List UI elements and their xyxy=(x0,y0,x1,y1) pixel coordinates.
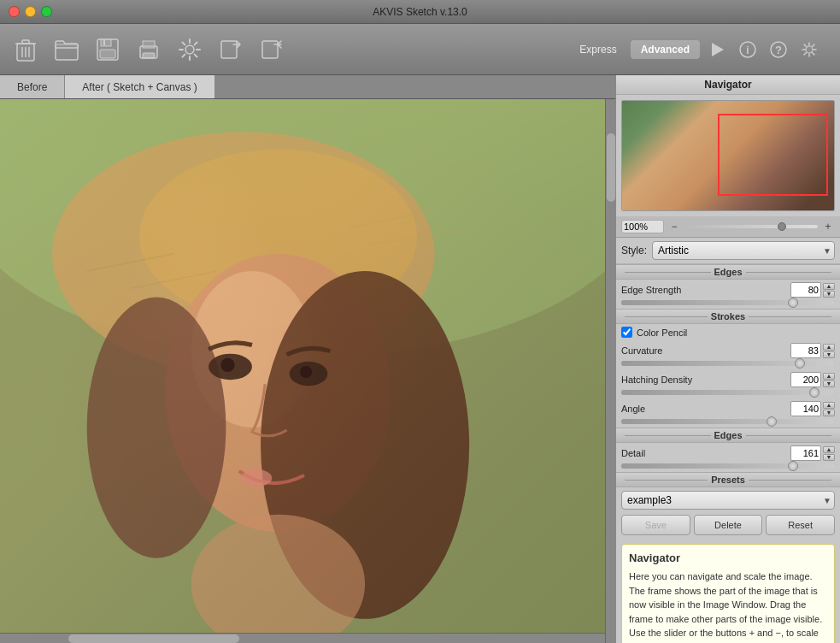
tab-before[interactable]: Before xyxy=(0,75,65,98)
vertical-scrollbar-thumb[interactable] xyxy=(607,133,615,202)
print-button[interactable] xyxy=(132,30,166,69)
navigator-preview[interactable] xyxy=(621,100,835,211)
detail-up[interactable]: ▲ xyxy=(823,446,835,453)
detail-spinner[interactable]: ▲ ▼ xyxy=(823,446,835,461)
navigator-frame[interactable] xyxy=(718,114,828,196)
window-title: AKVIS Sketch v.13.0 xyxy=(373,6,467,18)
edge-strength-down[interactable]: ▼ xyxy=(823,291,835,298)
detail-thumb[interactable] xyxy=(788,461,798,471)
preferences-button[interactable] xyxy=(796,36,823,63)
svg-rect-13 xyxy=(143,53,155,58)
minimize-button[interactable] xyxy=(25,6,36,17)
svg-text:?: ? xyxy=(775,44,782,56)
navigator-title: Navigator xyxy=(616,75,840,95)
svg-text:i: i xyxy=(746,44,749,56)
angle-up[interactable]: ▲ xyxy=(823,402,835,409)
curvature-slider[interactable] xyxy=(621,361,835,366)
open-button[interactable] xyxy=(50,30,84,69)
curvature-up[interactable]: ▲ xyxy=(823,344,835,351)
svg-point-36 xyxy=(300,366,312,378)
angle-row: Angle 140 ▲ ▼ xyxy=(616,398,840,419)
angle-thumb[interactable] xyxy=(767,416,777,427)
detail-down[interactable]: ▼ xyxy=(823,454,835,461)
export-button[interactable] xyxy=(214,30,248,69)
hatching-density-thumb[interactable] xyxy=(809,387,819,398)
edges-label: Edges xyxy=(714,267,743,277)
zoom-decrease-button[interactable]: − xyxy=(667,220,681,233)
hatching-density-down[interactable]: ▼ xyxy=(823,380,835,387)
reset-preset-button[interactable]: Reset xyxy=(766,515,835,535)
advanced-mode-button[interactable]: Advanced xyxy=(631,40,700,59)
svg-rect-12 xyxy=(143,41,155,48)
horizontal-scrollbar-thumb[interactable] xyxy=(68,634,239,643)
zoom-value: 100% xyxy=(624,221,648,232)
horizontal-scrollbar[interactable] xyxy=(0,633,605,643)
curvature-value: 83 xyxy=(790,343,821,358)
svg-point-32 xyxy=(87,298,226,558)
angle-slider[interactable] xyxy=(621,419,835,424)
export2-button[interactable] xyxy=(255,30,289,69)
tab-after[interactable]: After ( Sketch + Canvas ) xyxy=(65,75,214,98)
play-button[interactable] xyxy=(703,36,731,63)
express-mode-button[interactable]: Express xyxy=(569,40,626,59)
hatching-density-label: Hatching Density xyxy=(621,375,790,385)
image-panel: Before After ( Sketch + Canvas ) xyxy=(0,75,615,643)
detail-label: Detail xyxy=(621,448,790,458)
svg-point-24 xyxy=(806,46,813,53)
angle-down[interactable]: ▼ xyxy=(823,410,835,416)
zoom-slider[interactable] xyxy=(684,225,818,228)
svg-point-35 xyxy=(220,358,234,372)
strokes-section-bar: Strokes xyxy=(616,309,840,324)
image-area[interactable] xyxy=(0,99,615,643)
color-pencil-label: Color Pencil xyxy=(637,327,687,338)
angle-spinner[interactable]: ▲ ▼ xyxy=(823,402,835,416)
save-button[interactable] xyxy=(91,30,125,69)
preset-select[interactable]: example3 example1 example2 xyxy=(621,491,835,510)
curvature-thumb[interactable] xyxy=(795,358,805,369)
style-select-wrapper: Artistic Classic Pastel ▼ xyxy=(652,241,835,260)
style-label: Style: xyxy=(621,245,647,257)
vertical-scrollbar[interactable] xyxy=(605,99,615,643)
hatching-density-up[interactable]: ▲ xyxy=(823,373,835,380)
save-preset-button[interactable]: Save xyxy=(621,515,690,535)
mode-controls: Express Advanced i ? xyxy=(569,36,823,63)
curvature-slider-row xyxy=(616,361,840,369)
svg-rect-8 xyxy=(101,39,111,46)
zoom-select[interactable]: 100% xyxy=(621,220,664,233)
edge-strength-slider[interactable] xyxy=(621,300,835,305)
hatching-density-slider[interactable] xyxy=(621,390,835,395)
zoom-increase-button[interactable]: + xyxy=(821,220,835,233)
toolbar: Express Advanced i ? xyxy=(0,24,840,75)
presets-label: Presets xyxy=(711,475,745,485)
edges-section-bar: Edges xyxy=(616,264,840,280)
curvature-spinner[interactable]: ▲ ▼ xyxy=(823,344,835,358)
detail-value: 161 xyxy=(790,445,821,461)
close-button[interactable] xyxy=(9,6,20,17)
right-panel: Navigator 100% − + Style: Artisti xyxy=(615,75,840,643)
hatching-density-row: Hatching Density 200 ▲ ▼ xyxy=(616,369,840,390)
zoom-slider-thumb[interactable] xyxy=(778,222,786,231)
color-pencil-checkbox[interactable] xyxy=(621,327,632,338)
detail-slider-row xyxy=(616,463,840,472)
style-select[interactable]: Artistic Classic Pastel xyxy=(652,241,835,260)
maximize-button[interactable] xyxy=(41,6,52,17)
settings-button[interactable] xyxy=(173,30,207,69)
delete-preset-button[interactable]: Delete xyxy=(694,515,763,535)
svg-rect-18 xyxy=(262,41,278,58)
hatching-density-slider-row xyxy=(616,390,840,398)
preset-select-wrapper: example3 example1 example2 ▼ xyxy=(621,491,835,510)
edge-strength-thumb[interactable] xyxy=(788,298,798,308)
titlebar: AKVIS Sketch v.13.0 xyxy=(0,0,840,24)
help-text: Here you can navigate and scale the imag… xyxy=(629,569,827,643)
info-button[interactable]: i xyxy=(734,36,761,63)
detail-slider[interactable] xyxy=(621,463,835,469)
trash-button[interactable] xyxy=(9,30,43,69)
hatching-density-spinner[interactable]: ▲ ▼ xyxy=(823,373,835,387)
detail-row: Detail 161 ▲ ▼ xyxy=(616,443,840,463)
curvature-down[interactable]: ▼ xyxy=(823,351,835,358)
presets-section: example3 example1 example2 ▼ Save Delete… xyxy=(616,487,840,539)
help-button[interactable]: ? xyxy=(765,36,792,63)
edge-strength-spinner[interactable]: ▲ ▼ xyxy=(823,283,835,298)
curvature-label: Curvature xyxy=(621,345,790,356)
edge-strength-up[interactable]: ▲ xyxy=(823,283,835,290)
